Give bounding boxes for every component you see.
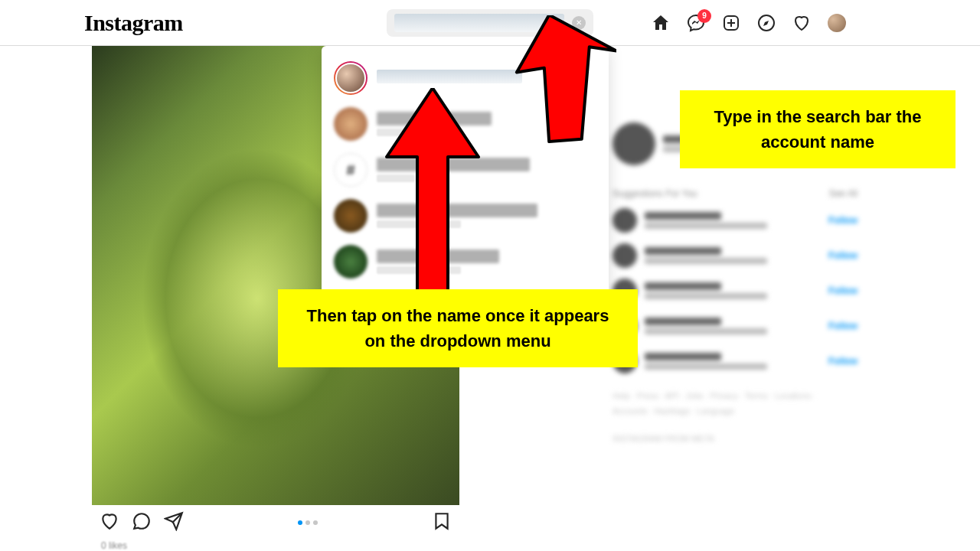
suggestion-row[interactable]: Follow bbox=[612, 349, 858, 373]
carousel-dots bbox=[298, 520, 318, 525]
hashtag-icon: # bbox=[334, 153, 368, 187]
suggestion-row[interactable]: Follow bbox=[612, 208, 858, 233]
dot bbox=[305, 520, 310, 525]
save-bookmark-icon[interactable] bbox=[432, 511, 452, 534]
likes-count: 0 likes bbox=[92, 540, 459, 551]
result-avatar bbox=[334, 61, 368, 95]
dot bbox=[298, 520, 302, 525]
explore-icon[interactable] bbox=[757, 14, 776, 32]
nav-icons: 9 bbox=[652, 14, 846, 32]
messenger-icon[interactable]: 9 bbox=[687, 14, 705, 32]
result-avatar bbox=[334, 245, 368, 279]
comment-icon[interactable] bbox=[132, 511, 152, 534]
suggestion-row[interactable]: Follow bbox=[612, 243, 858, 268]
result-avatar bbox=[334, 107, 368, 141]
result-avatar bbox=[334, 199, 368, 233]
suggestion-row[interactable]: Follow bbox=[612, 279, 858, 303]
annotation-arrow bbox=[486, 15, 616, 145]
dot bbox=[313, 520, 318, 525]
suggestions-sidebar: Suggestions For You See All Follow Follo… bbox=[612, 122, 858, 446]
suggestions-header: Suggestions For You See All bbox=[612, 188, 858, 199]
profile-avatar[interactable] bbox=[828, 14, 846, 32]
annotation-arrow bbox=[375, 88, 490, 302]
suggestion-row[interactable]: Follow bbox=[612, 314, 858, 338]
new-post-icon[interactable] bbox=[722, 14, 740, 32]
annotation-callout: Then tap on the name once it appears on … bbox=[278, 289, 638, 367]
annotation-callout: Type in the search bar the account name bbox=[680, 90, 956, 168]
post-actions-bar bbox=[92, 505, 459, 540]
home-icon[interactable] bbox=[652, 14, 670, 32]
activity-heart-icon[interactable] bbox=[792, 14, 811, 32]
footer-links: Help · Press · API · Jobs · Privacy · Te… bbox=[612, 389, 858, 446]
messages-badge: 9 bbox=[697, 9, 711, 23]
share-icon[interactable] bbox=[164, 511, 184, 534]
like-heart-icon[interactable] bbox=[100, 511, 119, 534]
avatar bbox=[612, 122, 655, 165]
instagram-logo[interactable]: Instagram bbox=[84, 10, 183, 36]
